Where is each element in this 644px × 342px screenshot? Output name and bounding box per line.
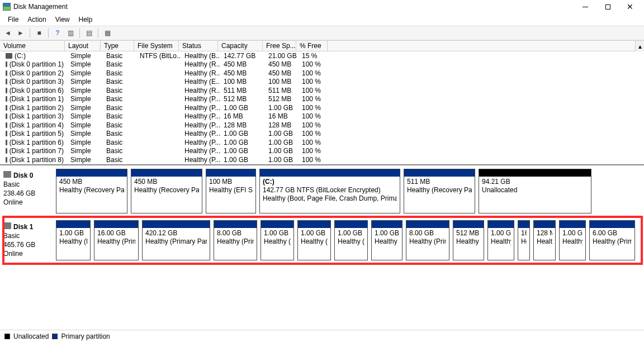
scroll-up-button[interactable]: ▴ <box>635 41 644 51</box>
volume-row[interactable]: (Disk 1 partition 3)SimpleBasicHealthy (… <box>0 112 644 121</box>
col-volume[interactable]: Volume <box>0 41 65 51</box>
volume-row[interactable]: (C:)SimpleBasicNTFS (BitLo...Healthy (B.… <box>0 51 644 60</box>
partition[interactable]: 16.00 GBHealthy (Primary Partition) <box>94 220 139 260</box>
partition-bar <box>143 221 210 228</box>
partition[interactable]: 1.00 GBHealthy (Primary Partition) <box>334 220 368 260</box>
legend-label-primary: Primary partition <box>61 332 110 340</box>
volume-row[interactable]: (Disk 0 partition 2)SimpleBasicHealthy (… <box>0 69 644 78</box>
col-status[interactable]: Status <box>179 41 218 51</box>
volume-row[interactable]: (Disk 1 partition 7)SimpleBasicHealthy (… <box>0 147 644 156</box>
partition-bar <box>261 221 293 228</box>
disk-icon <box>6 88 7 93</box>
forward-button[interactable]: ► <box>15 27 26 39</box>
volume-row[interactable]: (Disk 1 partition 6)SimpleBasicHealthy (… <box>0 138 644 147</box>
partition-body: 1.00 GBHealthy (Primary Partition) <box>560 228 585 260</box>
partition-body: 94.21 GBUnallocated <box>479 177 591 213</box>
maximize-button[interactable] <box>596 1 619 13</box>
legend: Unallocated Primary partition <box>0 330 644 342</box>
help-button[interactable]: ? <box>52 27 63 39</box>
disk-icon <box>3 171 11 178</box>
partition[interactable]: 8.00 GBHealthy (Primary Partition) <box>406 220 449 260</box>
partition[interactable]: 420.12 GBHealthy (Primary Partition) <box>142 220 210 260</box>
partition-body: 16.00 GBHealthy (Primary Partition) <box>94 228 138 260</box>
partition-body: 420.12 GBHealthy (Primary Partition) <box>143 228 210 260</box>
menu-action[interactable]: Action <box>23 15 50 25</box>
partition-bar <box>260 169 400 177</box>
partition[interactable]: 6.00 GBHealthy (Primary Partition) <box>589 220 635 260</box>
partition-body: 1.00 GBHealthy (Primary Partition) <box>56 228 90 260</box>
disk-icon <box>6 105 7 111</box>
properties-button[interactable]: ▥ <box>65 27 76 39</box>
disk-icon <box>6 148 7 154</box>
partition-bar <box>214 221 257 228</box>
partition-body: 8.00 GBHealthy (Primary Partition) <box>406 228 449 260</box>
volume-row[interactable]: (Disk 0 partition 6)SimpleBasicHealthy (… <box>0 86 644 95</box>
col-capacity[interactable]: Capacity <box>218 41 263 51</box>
partition-body: 450 MBHealthy (Recovery Partition) <box>131 177 202 213</box>
partition-bar <box>94 221 138 228</box>
action-button[interactable]: ▤ <box>83 27 94 39</box>
volume-list[interactable]: (C:)SimpleBasicNTFS (BitLo...Healthy (B.… <box>0 51 644 164</box>
swatch-primary <box>52 334 58 339</box>
partition[interactable]: 1.00 GBHealthy (Primary Partition) <box>297 220 331 260</box>
partition[interactable]: 1.00 GBHealthy (Primary Partition) <box>487 220 514 260</box>
partition-body: 450 MBHealthy (Recovery Partition) <box>56 177 127 213</box>
disk-row[interactable]: Disk 1Basic465.76 GBOnline1.00 GBHealthy… <box>3 217 642 264</box>
volume-row[interactable]: (Disk 0 partition 1)SimpleBasicHealthy (… <box>0 60 644 69</box>
menu-file[interactable]: File <box>3 15 23 25</box>
partition[interactable]: 1.00 GBHealthy (Primary Partition) <box>371 220 402 260</box>
volume-row[interactable]: (Disk 1 partition 4)SimpleBasicHealthy (… <box>0 121 644 130</box>
partition-bar <box>131 169 202 177</box>
col-type[interactable]: Type <box>101 41 134 51</box>
disk-graphical-view[interactable]: Disk 0Basic238.46 GBOnline450 MBHealthy … <box>0 164 644 330</box>
partition-bar <box>335 221 367 228</box>
partition-body: 1.00 GBHealthy (Primary Partition) <box>372 228 402 260</box>
partition[interactable]: 128 MHealthy <box>533 220 556 260</box>
disk-icon <box>6 61 7 67</box>
partition[interactable]: 8.00 GBHealthy (Primary Partition) <box>214 220 257 260</box>
partition[interactable]: (C:)142.77 GB NTFS (BitLocker Encrypted)… <box>259 169 400 213</box>
partition[interactable]: 512 MBHealthy (Primary Partition) <box>453 220 484 260</box>
disk-row[interactable]: Disk 0Basic238.46 GBOnline450 MBHealthy … <box>3 169 642 213</box>
volume-row[interactable]: (Disk 1 partition 2)SimpleBasicHealthy (… <box>0 103 644 112</box>
back-button[interactable]: ◄ <box>2 27 13 39</box>
partition[interactable]: 450 MBHealthy (Recovery Partition) <box>56 169 127 213</box>
partition-bar <box>56 221 90 228</box>
menu-view[interactable]: View <box>51 15 74 25</box>
disk-info: Disk 0Basic238.46 GBOnline <box>3 169 56 213</box>
partition-bar <box>488 221 514 228</box>
volume-row[interactable]: (Disk 1 partition 1)SimpleBasicHealthy (… <box>0 95 644 104</box>
partition-body: 1.00 GBHealthy (Primary Partition) <box>335 228 367 260</box>
partition-bar <box>560 221 585 228</box>
refresh-button[interactable]: ■ <box>34 27 45 39</box>
partition[interactable]: 1.00 GBHealthy (Primary Partition) <box>261 220 294 260</box>
volume-list-header[interactable]: Volume Layout Type File System Status Ca… <box>0 40 644 51</box>
partition-body: 512 MBHealthy (Primary Partition) <box>453 228 484 260</box>
close-button[interactable]: ✕ <box>619 1 641 13</box>
partition[interactable]: 16Healthy <box>518 220 530 260</box>
col-pct[interactable]: % Free <box>296 41 328 51</box>
volume-row[interactable]: (Disk 1 partition 8)SimpleBasicHealthy (… <box>0 155 644 164</box>
partition[interactable]: 511 MBHealthy (Recovery Partition) <box>404 169 475 213</box>
partition[interactable]: 450 MBHealthy (Recovery Partition) <box>131 169 202 213</box>
partition-body: 16Healthy <box>518 228 529 260</box>
partition[interactable]: 100 MBHealthy (EFI System Partition) <box>206 169 256 213</box>
disk-icon <box>6 140 7 145</box>
disk-icon <box>3 222 11 229</box>
partition-bar <box>590 221 634 228</box>
partition[interactable]: 94.21 GBUnallocated <box>479 169 591 213</box>
title-bar: Disk Management ✕ <box>0 0 644 13</box>
partition[interactable]: 1.00 GBHealthy (Primary Partition) <box>56 220 91 260</box>
settings-button[interactable]: ▦ <box>102 27 113 39</box>
col-fs[interactable]: File System <box>134 41 179 51</box>
volume-row[interactable]: (Disk 0 partition 3)SimpleBasicHealthy (… <box>0 78 644 87</box>
partition[interactable]: 1.00 GBHealthy (Primary Partition) <box>559 220 586 260</box>
partition-bar <box>479 169 591 177</box>
col-free[interactable]: Free Sp... <box>263 41 296 51</box>
col-layout[interactable]: Layout <box>65 41 101 51</box>
volume-row[interactable]: (Disk 1 partition 5)SimpleBasicHealthy (… <box>0 130 644 139</box>
partition-body: 511 MBHealthy (Recovery Partition) <box>404 177 475 213</box>
menu-help[interactable]: Help <box>74 15 97 25</box>
partition-body: 6.00 GBHealthy (Primary Partition) <box>590 228 634 260</box>
minimize-button[interactable] <box>574 1 596 13</box>
